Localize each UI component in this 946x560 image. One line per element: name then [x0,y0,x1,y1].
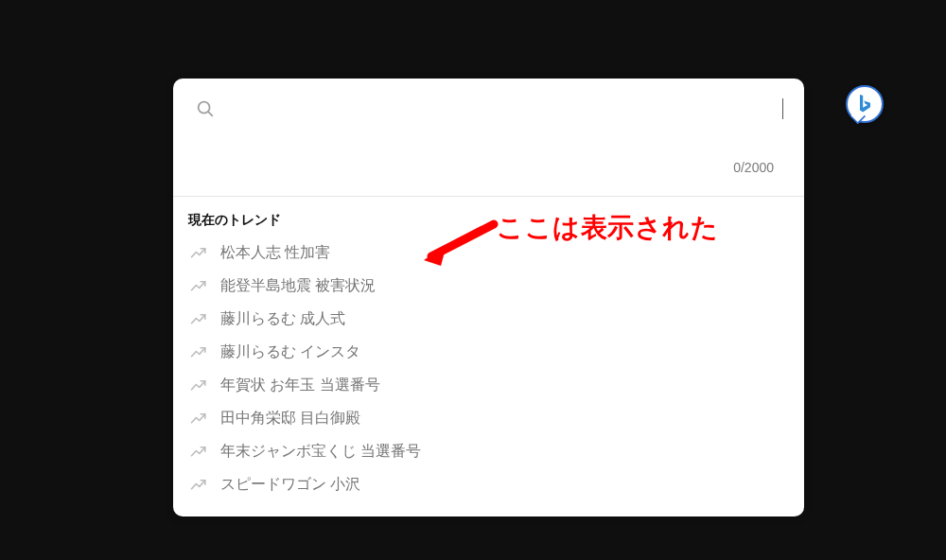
trending-up-icon [190,377,207,394]
trend-label: 藤川らるむ 成人式 [220,309,345,329]
trend-label: 年賀状 お年玉 当選番号 [220,376,380,395]
search-top: 0/2000 [173,79,804,196]
trending-up-icon [190,477,207,494]
trend-label: スピードワゴン 小沢 [220,475,360,495]
trend-label: 田中角栄邸 目白御殿 [220,409,360,429]
search-row [194,96,783,122]
bing-chat-badge[interactable] [846,85,884,123]
trend-label: 松本人志 性加害 [220,243,330,263]
trend-item[interactable]: 藤川らるむ インスタ [186,336,791,369]
trend-item[interactable]: 能登半島地震 被害状況 [186,270,791,303]
text-cursor [782,98,784,119]
trend-item[interactable]: 田中角栄邸 目白御殿 [186,402,791,435]
search-input[interactable] [228,96,775,122]
bing-logo-icon [857,94,872,114]
trend-item[interactable]: 年賀状 お年玉 当選番号 [186,369,791,402]
trending-up-icon [190,245,207,262]
char-counter: 0/2000 [194,122,783,186]
search-icon [194,97,217,120]
annotation-text: ここは表示された [497,210,718,246]
trending-up-icon [190,344,207,361]
trend-item[interactable]: 藤川らるむ 成人式 [186,303,791,336]
trend-label: 能登半島地震 被害状況 [220,276,376,296]
trending-up-icon [190,311,207,328]
svg-line-1 [208,112,212,115]
trend-label: 年末ジャンボ宝くじ 当選番号 [220,442,421,462]
trend-item[interactable]: 年末ジャンボ宝くじ 当選番号 [186,435,791,468]
trend-label: 藤川らるむ インスタ [220,342,360,362]
trending-up-icon [190,444,207,461]
search-panel: 0/2000 現在のトレンド 松本人志 性加害 能登半島地震 被害状況 [173,79,804,516]
trend-item[interactable]: スピードワゴン 小沢 [186,468,791,501]
trending-up-icon [190,278,207,295]
trending-up-icon [190,411,207,428]
